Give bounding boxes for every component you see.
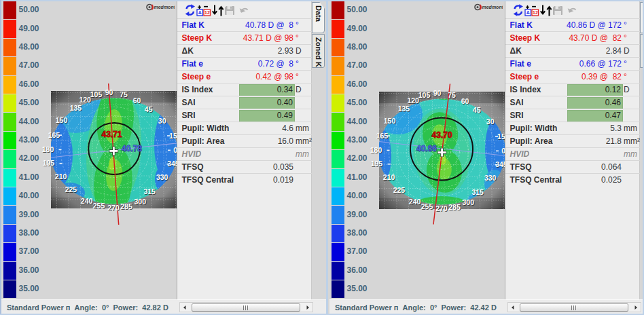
svg-text:15: 15 bbox=[497, 132, 505, 140]
svg-text:180: 180 bbox=[370, 146, 382, 154]
svg-text:43.70: 43.70 bbox=[431, 130, 452, 140]
svg-text:165: 165 bbox=[376, 131, 388, 139]
svg-text:330: 330 bbox=[484, 174, 496, 182]
svg-text:medmont: medmont bbox=[482, 5, 503, 10]
svg-text:285: 285 bbox=[120, 202, 132, 210]
svg-text:105: 105 bbox=[90, 90, 103, 98]
svg-text:120: 120 bbox=[407, 96, 419, 104]
svg-text:40.78: 40.78 bbox=[122, 144, 142, 153]
svg-text:medmont: medmont bbox=[154, 5, 175, 10]
svg-text:180: 180 bbox=[42, 145, 54, 153]
svg-text:40.86: 40.86 bbox=[416, 144, 436, 153]
svg-text:105: 105 bbox=[418, 90, 430, 98]
svg-text:165: 165 bbox=[48, 131, 60, 139]
svg-text:A: A bbox=[198, 10, 202, 15]
svg-text:195: 195 bbox=[43, 159, 55, 167]
svg-text:12: 12 bbox=[533, 10, 538, 15]
svg-text:12: 12 bbox=[204, 10, 210, 15]
svg-text:225: 225 bbox=[65, 185, 77, 193]
svg-text:45: 45 bbox=[472, 105, 480, 113]
svg-text:285: 285 bbox=[448, 203, 461, 211]
svg-text:30: 30 bbox=[158, 117, 166, 125]
svg-text:60: 60 bbox=[133, 96, 141, 105]
svg-text:135: 135 bbox=[70, 104, 82, 112]
svg-text:A: A bbox=[526, 10, 530, 15]
svg-text:270: 270 bbox=[435, 204, 448, 212]
svg-text:135: 135 bbox=[397, 104, 410, 112]
svg-text:240: 240 bbox=[408, 198, 421, 206]
svg-text:210: 210 bbox=[382, 173, 395, 181]
svg-text:150: 150 bbox=[383, 117, 395, 125]
svg-text:330: 330 bbox=[156, 173, 168, 181]
svg-text:45: 45 bbox=[145, 105, 153, 113]
svg-text:150: 150 bbox=[56, 116, 68, 124]
svg-text:255: 255 bbox=[421, 202, 433, 210]
svg-text:90: 90 bbox=[105, 88, 113, 96]
svg-text:30: 30 bbox=[486, 117, 494, 126]
svg-text:300: 300 bbox=[462, 198, 474, 206]
svg-text:315: 315 bbox=[471, 188, 484, 196]
svg-text:300: 300 bbox=[135, 198, 147, 206]
svg-text:210: 210 bbox=[55, 172, 67, 181]
svg-text:240: 240 bbox=[81, 197, 93, 205]
svg-text:225: 225 bbox=[393, 185, 405, 193]
svg-text:255: 255 bbox=[93, 202, 105, 210]
svg-text:270: 270 bbox=[107, 204, 120, 212]
svg-text:60: 60 bbox=[461, 96, 469, 105]
svg-text:195: 195 bbox=[370, 160, 382, 168]
svg-text:120: 120 bbox=[79, 96, 91, 104]
svg-text:75: 75 bbox=[120, 90, 128, 98]
svg-text:90: 90 bbox=[433, 88, 441, 96]
svg-text:43.71: 43.71 bbox=[101, 130, 122, 139]
svg-text:75: 75 bbox=[448, 90, 456, 98]
svg-text:315: 315 bbox=[143, 187, 156, 196]
